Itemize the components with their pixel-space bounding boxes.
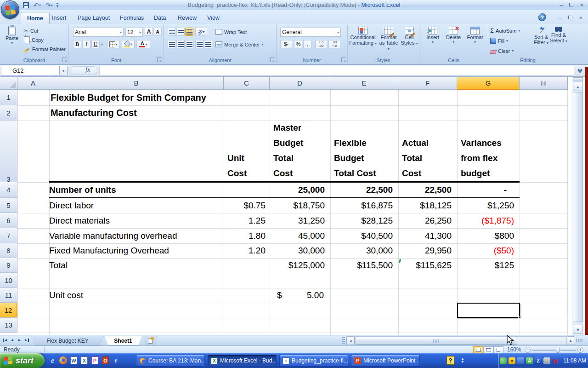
- underline-button[interactable]: U: [91, 40, 100, 48]
- taskbar-clock[interactable]: 11:08 AM: [563, 353, 586, 368]
- insert-function-button[interactable]: fx: [85, 66, 90, 74]
- column-header-e[interactable]: E: [330, 77, 398, 90]
- cell-actual[interactable]: 41,300: [398, 228, 457, 243]
- cell-variance[interactable]: -: [457, 182, 520, 198]
- row-header-9[interactable]: 9: [0, 258, 17, 273]
- number-format-combo[interactable]: General▾: [280, 28, 341, 37]
- cell-flexible[interactable]: $115,500: [330, 258, 398, 273]
- conditional-formatting-button[interactable]: Conditional Formatting ▾: [349, 27, 377, 46]
- close-button[interactable]: ×: [580, 1, 583, 9]
- cell-label[interactable]: Total: [49, 258, 224, 273]
- column-header-a[interactable]: A: [17, 77, 49, 90]
- tab-formulas[interactable]: Formulas: [114, 12, 150, 24]
- row-header-6[interactable]: 6: [0, 213, 17, 228]
- bold-button[interactable]: B: [73, 40, 81, 48]
- cell-unit-cost[interactable]: 1.80: [224, 228, 270, 243]
- cell-master[interactable]: $18,750: [270, 198, 330, 213]
- column-header-f[interactable]: F: [398, 77, 457, 90]
- row-header-5[interactable]: 5: [0, 198, 17, 213]
- internet-explorer-icon[interactable]: e: [47, 355, 58, 366]
- copy-button[interactable]: Copy: [24, 35, 44, 44]
- column-header-g-selected[interactable]: G: [457, 77, 520, 90]
- redo-button[interactable]: ↷▾: [45, 1, 54, 9]
- vertical-scroll-thumb[interactable]: [573, 92, 583, 322]
- tab-insert[interactable]: Insert: [46, 12, 72, 24]
- undo-button[interactable]: ↶▾: [33, 1, 42, 9]
- tray-icon-blue[interactable]: [517, 357, 524, 364]
- row-header-10[interactable]: 10: [0, 273, 17, 288]
- tab-review[interactable]: Review: [172, 12, 203, 24]
- cell-styles-button[interactable]: Cell Styles ▾: [400, 27, 418, 46]
- fill-handle[interactable]: [518, 316, 521, 319]
- save-button[interactable]: [22, 1, 30, 9]
- cell-master[interactable]: 31,250: [270, 213, 330, 228]
- normal-view-button[interactable]: [473, 346, 483, 353]
- task-button-excel-active[interactable]: X Microsoft Excel - Bud...: [208, 355, 277, 367]
- tab-page-layout[interactable]: Page Layout: [72, 12, 116, 24]
- cell-flexible[interactable]: 22,500: [330, 182, 398, 198]
- comma-style-button[interactable]: ,: [303, 40, 311, 48]
- middle-align-button[interactable]: [176, 28, 185, 36]
- cell-master[interactable]: 25,000: [270, 182, 330, 198]
- task-button-budgeting-doc[interactable]: ≡ Budgeting_practice-fl...: [279, 355, 348, 367]
- cell-master[interactable]: 45,000: [270, 228, 330, 243]
- hscroll-right-button[interactable]: ►: [567, 336, 575, 345]
- autosum-button[interactable]: ΣAutoSum▾: [490, 26, 520, 35]
- sheet-tab-sheet1[interactable]: Sheet1: [105, 336, 141, 345]
- cell-header-actual[interactable]: Actual Total Cost: [398, 121, 457, 182]
- column-header-b[interactable]: B: [49, 77, 224, 90]
- app-icon-blue[interactable]: e: [111, 355, 121, 366]
- cell-actual[interactable]: $18,125: [398, 198, 457, 213]
- workbook-minimize-button[interactable]: –: [559, 14, 562, 22]
- row-header-12-selected[interactable]: 12: [0, 303, 17, 318]
- hscroll-left-button[interactable]: ◄: [346, 336, 355, 345]
- last-sheet-button[interactable]: ►: [23, 337, 30, 344]
- wrap-text-button[interactable]: Wrap Text: [215, 28, 247, 36]
- zoom-in-button[interactable]: +: [577, 347, 583, 353]
- cell-actual[interactable]: 22,500: [398, 182, 457, 198]
- cell-label[interactable]: Direct labor: [49, 198, 224, 213]
- zoom-slider-track[interactable]: [532, 350, 576, 351]
- clipboard-dialog-launcher[interactable]: [62, 58, 67, 62]
- bottom-align-button[interactable]: [185, 28, 193, 36]
- top-align-button[interactable]: [168, 28, 176, 36]
- percent-style-button[interactable]: %: [294, 40, 302, 48]
- cell-unit-cost-value[interactable]: $5.00: [270, 288, 330, 303]
- vertical-scrollbar[interactable]: ▲ ▼: [572, 77, 583, 335]
- tab-home[interactable]: Home: [21, 12, 50, 24]
- horizontal-scroll-thumb[interactable]: [356, 337, 517, 345]
- shrink-font-button[interactable]: A: [153, 28, 162, 36]
- name-box-dropdown[interactable]: ▾: [60, 66, 68, 75]
- scroll-up-button[interactable]: ▲: [573, 82, 583, 91]
- cell-actual[interactable]: $115,625: [398, 258, 457, 273]
- task-button-firefox[interactable]: Course: BA 213: Man...: [136, 355, 205, 367]
- insert-worksheet-button[interactable]: [142, 336, 158, 345]
- first-sheet-button[interactable]: ◄: [1, 337, 8, 344]
- cell-master[interactable]: 30,000: [270, 243, 330, 258]
- cell-unit-cost[interactable]: $0.75: [224, 198, 270, 213]
- cell-variance-negative[interactable]: ($50): [457, 243, 520, 258]
- cell-variance-negative[interactable]: ($1,875): [457, 213, 520, 228]
- cell-variance[interactable]: $1,250: [457, 198, 520, 213]
- font-size-combo[interactable]: 12▾: [125, 28, 143, 37]
- cell-title-1[interactable]: Flexible Budget for Smith Company: [51, 90, 326, 105]
- word-icon[interactable]: W: [68, 355, 79, 366]
- workbook-close-button[interactable]: ×: [579, 14, 582, 22]
- orientation-button[interactable]: ab▾: [195, 28, 207, 36]
- cell-flexible[interactable]: $28,125: [330, 213, 398, 228]
- grow-font-button[interactable]: A: [145, 28, 153, 36]
- cell-label[interactable]: Unit cost: [49, 288, 224, 303]
- column-header-h[interactable]: H: [520, 77, 568, 90]
- start-button[interactable]: start: [0, 353, 45, 368]
- select-all-button[interactable]: [0, 77, 17, 90]
- align-left-button[interactable]: [168, 40, 176, 48]
- cell-actual[interactable]: 29,950: [398, 243, 457, 258]
- decrease-decimal-button[interactable]: .00 +.0: [328, 40, 340, 48]
- decrease-indent-button[interactable]: [195, 40, 204, 48]
- next-sheet-button[interactable]: ►: [16, 337, 23, 344]
- zoom-out-button[interactable]: −: [525, 347, 531, 353]
- tray-icon-z[interactable]: Z: [535, 357, 542, 364]
- restore-button[interactable]: [569, 3, 573, 6]
- font-name-combo[interactable]: Arial▾: [73, 28, 124, 37]
- workbook-restore-button[interactable]: [568, 16, 572, 19]
